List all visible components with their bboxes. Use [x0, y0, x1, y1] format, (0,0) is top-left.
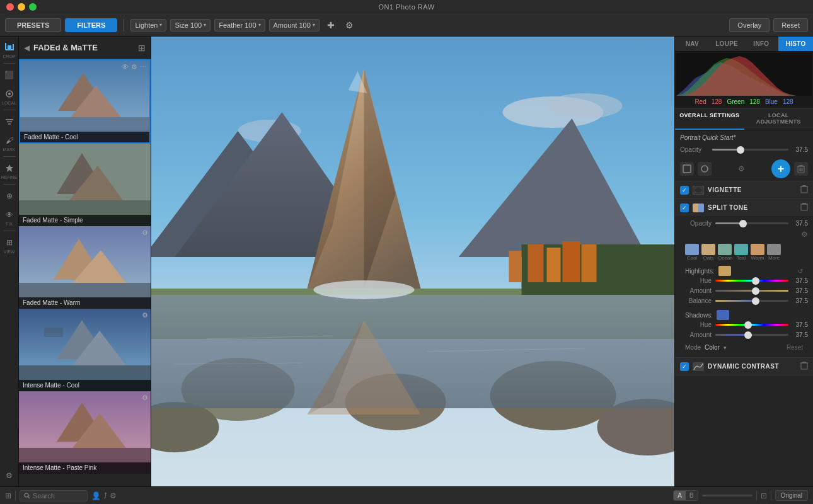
preset-gear-icon[interactable]: ⚙ — [131, 63, 137, 71]
clone-tool[interactable]: ⊕ — [1, 188, 18, 204]
ab-a-button[interactable]: A — [674, 491, 686, 500]
filters-tool[interactable] — [1, 113, 18, 130]
gear-icon[interactable]: ⚙ — [342, 18, 357, 33]
tab-loupe[interactable]: LOUPE — [710, 37, 744, 51]
highlights-reset-icon[interactable]: ↺ — [798, 268, 803, 275]
swatch-cool: Cool — [685, 244, 699, 261]
balance-label: Balance — [680, 297, 712, 304]
presets-grid-icon[interactable]: ⊞ — [138, 43, 146, 53]
hue-label: Hue — [680, 277, 712, 284]
st-reset-link[interactable]: Reset — [787, 344, 803, 351]
grid-tool[interactable]: ⊞ — [1, 234, 18, 251]
back-arrow[interactable]: ◀ — [24, 43, 30, 52]
swatch-more-btn[interactable] — [767, 244, 781, 255]
settings-bottom-icon[interactable]: ⚙ — [110, 491, 117, 500]
preset-item[interactable]: ⚙ Intense Matte - Paste Pink — [19, 391, 151, 474]
amount-slider[interactable] — [715, 290, 788, 292]
overlay-button[interactable]: Overlay — [729, 18, 770, 32]
dynamic-contrast-delete-icon[interactable] — [800, 361, 808, 372]
tab-local-adjustments[interactable]: LOCAL ADJUSTMENTS — [744, 108, 814, 130]
view-tool[interactable]: 👁 — [1, 207, 18, 223]
local-tool[interactable] — [1, 86, 18, 102]
preset-gear-icon-5[interactable]: ⚙ — [142, 394, 148, 402]
tab-histo[interactable]: HISTO — [778, 37, 813, 51]
center-image-area[interactable] — [151, 37, 674, 486]
tab-nav[interactable]: NAV — [675, 37, 710, 51]
mode-arrow-icon[interactable]: ▾ — [724, 345, 727, 351]
split-tone-checkbox[interactable]: ✓ — [680, 203, 689, 212]
minimize-button[interactable] — [18, 3, 25, 11]
preset-eye-icon[interactable]: 👁 — [122, 63, 129, 71]
preset-icons: 👁 ⚙ ⋯ — [122, 63, 147, 71]
shadow-amount-slider[interactable] — [715, 334, 788, 336]
crop-tool[interactable] — [1, 39, 18, 55]
st-opacity-label: Opacity — [680, 220, 712, 227]
preset-item[interactable]: ⚙ Intense Matte - Cool — [19, 309, 151, 391]
preset-item[interactable]: ⚙ ⋯ Faded Matte - Simple — [19, 144, 151, 226]
swatch-cool-btn[interactable] — [685, 244, 699, 255]
vignette-header: ✓ VIGNETTE — [675, 181, 813, 198]
presets-tab[interactable]: PRESETS — [5, 18, 61, 32]
vignette-delete-icon[interactable] — [800, 185, 808, 195]
dynamic-contrast-name: DYNAMIC CONTRAST — [708, 363, 797, 370]
preset-item[interactable]: ⚙ Faded Matte - Warm — [19, 226, 151, 309]
highlights-color-swatch[interactable] — [718, 266, 731, 276]
shadows-color-swatch[interactable] — [717, 310, 729, 320]
preset-gear-icon-3[interactable]: ⚙ — [142, 229, 148, 237]
grid-view-icon[interactable]: ⊞ — [5, 491, 11, 500]
preset-gear-icon-4[interactable]: ⚙ — [142, 311, 148, 319]
green-label: Green — [727, 98, 744, 105]
portrait-trash-icon[interactable] — [794, 162, 808, 176]
svg-rect-4 — [8, 123, 11, 125]
swatch-oats-btn[interactable] — [701, 244, 715, 255]
swatch-teal-btn[interactable] — [734, 244, 748, 255]
maximize-button[interactable] — [29, 3, 37, 11]
close-button[interactable] — [6, 3, 14, 11]
swatch-warm-btn[interactable] — [751, 244, 764, 255]
reset-button[interactable]: Reset — [773, 18, 808, 32]
tone-tool[interactable]: ⬛ — [1, 67, 18, 83]
st-gear-icon[interactable]: ⚙ — [801, 230, 808, 239]
original-button[interactable]: Original — [775, 490, 808, 501]
share-icon[interactable]: ⤴ — [103, 491, 107, 500]
vignette-checkbox[interactable]: ✓ — [680, 186, 689, 195]
eyedropper-icon[interactable]: ✚ — [323, 18, 338, 33]
bottom-user-icons: 👤 ⤴ ⚙ — [91, 491, 117, 500]
feather-dropdown[interactable]: Feather 100 ▾ — [214, 19, 265, 32]
ab-b-button[interactable]: B — [686, 491, 698, 500]
add-filter-button[interactable]: + — [771, 159, 790, 178]
portrait-opacity-slider[interactable] — [712, 149, 788, 151]
user-icon[interactable]: 👤 — [91, 491, 101, 500]
amount-dropdown[interactable]: Amount 100 ▾ — [269, 19, 320, 32]
vignette-name: VIGNETTE — [708, 186, 797, 193]
split-tone-delete-icon[interactable] — [800, 202, 808, 213]
bottom-zoom-slider[interactable] — [702, 495, 752, 496]
search-input[interactable] — [33, 492, 83, 500]
balance-value: 37.5 — [792, 297, 808, 304]
brush-tool[interactable]: 🖌 — [1, 132, 18, 149]
refine-tool[interactable] — [1, 160, 18, 176]
title-bar: ON1 Photo RAW — [0, 0, 813, 14]
tab-info[interactable]: INFO — [744, 37, 779, 51]
preset-more-icon[interactable]: ⋯ — [140, 63, 147, 71]
dynamic-contrast-checkbox[interactable]: ✓ — [680, 362, 689, 371]
tab-overall-settings[interactable]: OVERALL SETTINGS — [675, 108, 744, 130]
svg-rect-52 — [509, 251, 522, 282]
settings-tool[interactable]: ⚙ — [1, 467, 18, 484]
shadow-hue-label: Hue — [680, 321, 712, 328]
lighten-dropdown[interactable]: Lighten ▾ — [130, 19, 166, 32]
filter-square-icon[interactable] — [680, 162, 694, 176]
portrait-gear-icon[interactable]: ⚙ — [738, 164, 745, 173]
preset-item[interactable]: 👁 ⚙ ⋯ Faded Matte - Cool — [19, 59, 151, 144]
balance-slider[interactable] — [715, 300, 788, 302]
swatch-ocean-btn[interactable] — [718, 244, 732, 255]
fit-icon[interactable]: ⊡ — [761, 491, 767, 500]
shadow-hue-slider[interactable] — [715, 324, 788, 326]
filter-circle-icon[interactable] — [698, 162, 712, 176]
st-opacity-value: 37.5 — [792, 220, 808, 227]
size-dropdown[interactable]: Size 100 ▾ — [170, 19, 210, 32]
hue-row: Hue 37.5 — [680, 277, 808, 284]
filters-tab[interactable]: FILTERS — [65, 18, 117, 32]
hue-slider[interactable] — [715, 280, 788, 282]
st-opacity-slider[interactable] — [715, 222, 788, 224]
